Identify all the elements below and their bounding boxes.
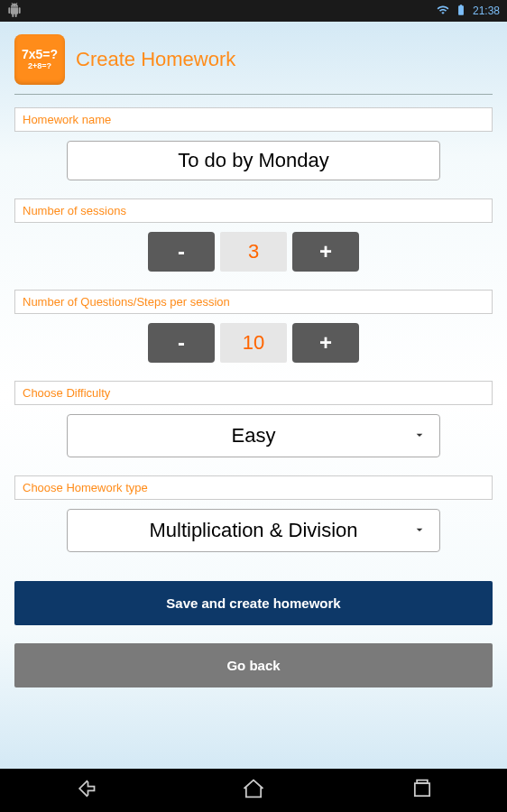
sessions-minus-button[interactable]: - — [148, 232, 215, 272]
difficulty-value: Easy — [80, 424, 426, 448]
sessions-stepper: - 3 + — [14, 232, 493, 272]
go-back-button[interactable]: Go back — [14, 643, 493, 687]
wifi-icon — [437, 4, 449, 19]
svg-rect-0 — [415, 783, 429, 796]
difficulty-label: Choose Difficulty — [14, 381, 493, 405]
nav-bar — [0, 769, 507, 812]
main-content: 7x5=? 2+8=? Create Homework Homework nam… — [0, 22, 507, 769]
type-select[interactable]: Multiplication & Division — [67, 509, 439, 552]
questions-plus-button[interactable]: + — [292, 323, 359, 363]
questions-value: 10 — [220, 323, 287, 363]
status-bar: 21:38 — [0, 0, 507, 22]
homework-name-input[interactable] — [67, 141, 439, 180]
sessions-label: Number of sessions — [14, 198, 493, 223]
status-time: 21:38 — [473, 5, 500, 17]
difficulty-select[interactable]: Easy — [67, 414, 439, 457]
type-value: Multiplication & Division — [80, 519, 426, 542]
recent-icon[interactable] — [410, 776, 435, 805]
chevron-down-icon — [412, 519, 427, 542]
battery-icon — [455, 4, 467, 19]
svg-rect-1 — [417, 780, 428, 784]
chevron-down-icon — [412, 424, 427, 448]
save-button[interactable]: Save and create homework — [14, 581, 493, 625]
questions-label: Number of Questions/Steps per session — [14, 290, 493, 314]
homework-name-label: Homework name — [14, 107, 493, 132]
sessions-value: 3 — [220, 232, 287, 272]
header: 7x5=? 2+8=? Create Homework — [14, 22, 493, 95]
home-icon[interactable] — [241, 776, 266, 805]
type-label: Choose Homework type — [14, 475, 493, 500]
page-title: Create Homework — [76, 48, 235, 71]
app-icon: 7x5=? 2+8=? — [14, 34, 65, 85]
android-icon — [7, 3, 22, 20]
back-icon[interactable] — [72, 776, 97, 805]
questions-stepper: - 10 + — [14, 323, 493, 363]
sessions-plus-button[interactable]: + — [292, 232, 359, 272]
questions-minus-button[interactable]: - — [148, 323, 215, 363]
